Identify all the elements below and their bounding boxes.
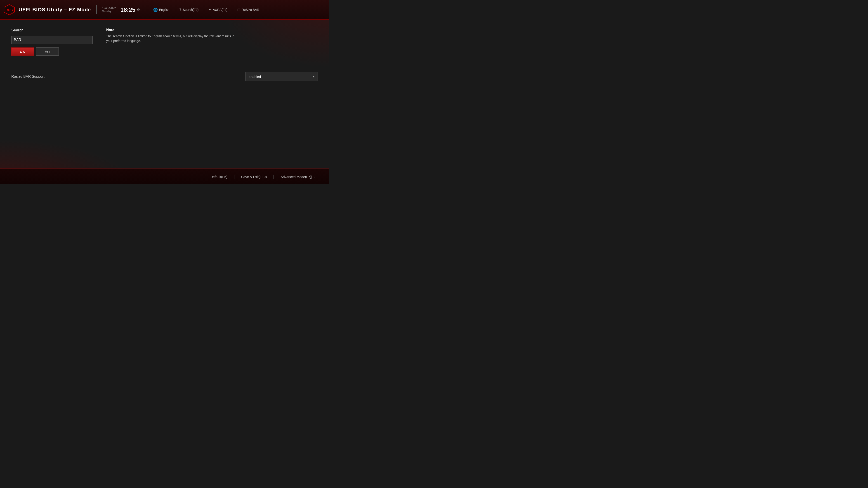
settings-icon[interactable]: ⚙ <box>137 8 140 12</box>
search-input[interactable] <box>11 36 93 44</box>
nav-aura[interactable]: ✦ AURA(F4) <box>205 6 230 13</box>
note-text: The search function is limited to Englis… <box>106 34 237 43</box>
search-left: Search OK Exit <box>11 28 93 56</box>
search-nav-icon: ? <box>180 8 182 12</box>
exit-button[interactable]: Exit <box>36 47 59 56</box>
resize-icon: ⊞ <box>237 8 240 12</box>
time-area: 18:25 ⚙ <box>120 6 140 13</box>
date-display: 12/25/2022 Sunday <box>102 6 116 13</box>
result-dropdown-wrapper: Enabled Disabled <box>246 72 318 81</box>
ok-button[interactable]: OK <box>11 47 34 56</box>
nav-search[interactable]: ? Search(F9) <box>176 6 202 13</box>
separator-line <box>11 64 318 64</box>
header-bar: ROG UEFI BIOS Utility – EZ Mode 12/25/20… <box>0 0 329 20</box>
svg-text:ROG: ROG <box>6 8 13 12</box>
advanced-mode-button[interactable]: Advanced Mode(F7)|→ <box>274 175 322 179</box>
nav-resize[interactable]: ⊞ ReSize BAR <box>234 6 262 13</box>
default-button[interactable]: Default(F5) <box>204 175 235 179</box>
footer-bar: Default(F5) Save & Exit(F10) Advanced Mo… <box>0 168 329 184</box>
aura-icon: ✦ <box>209 8 211 12</box>
header-divider <box>96 5 97 14</box>
main-content: Search OK Exit Note: The search function… <box>0 20 329 89</box>
rog-logo: ROG <box>4 4 15 15</box>
search-buttons: OK Exit <box>11 47 93 56</box>
note-title: Note: <box>106 28 237 32</box>
search-label: Search <box>11 28 93 33</box>
search-note: Note: The search function is limited to … <box>106 28 237 56</box>
nav-divider-1: | <box>145 7 146 12</box>
result-item-label: Resize BAR Support <box>11 74 44 78</box>
search-panel: Search OK Exit Note: The search function… <box>11 24 318 59</box>
bios-title: UEFI BIOS Utility – EZ Mode <box>19 7 91 13</box>
globe-icon: 🌐 <box>153 8 158 12</box>
save-exit-button[interactable]: Save & Exit(F10) <box>235 175 274 179</box>
nav-language[interactable]: 🌐 English <box>150 6 173 13</box>
resize-bar-dropdown[interactable]: Enabled Disabled <box>246 72 318 81</box>
datetime-area: 12/25/2022 Sunday <box>102 6 116 13</box>
result-item-resize-bar: Resize BAR Support Enabled Disabled <box>11 68 318 85</box>
time-display: 18:25 <box>120 6 135 13</box>
